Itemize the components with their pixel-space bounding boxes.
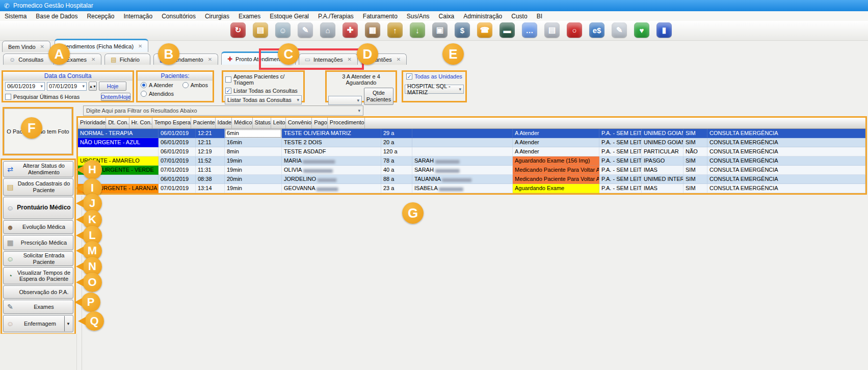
ledger-book-icon[interactable]: ▬: [499, 22, 515, 38]
sidebar-button[interactable]: ▤ Dados Cadastrais do Paciente: [3, 178, 73, 196]
ambulance-icon[interactable]: ✚: [343, 22, 358, 38]
tab-close-icon[interactable]: ✕: [348, 57, 352, 62]
blood-device-icon[interactable]: ▮: [656, 22, 672, 38]
menu-item[interactable]: Consultórios: [157, 13, 200, 20]
menu-item[interactable]: Cirurgias: [200, 13, 234, 20]
column-header[interactable]: Pago: [312, 118, 328, 128]
phone-directory-icon[interactable]: ☎: [477, 22, 492, 38]
sync-patients-icon[interactable]: ↻: [230, 22, 246, 38]
radio-icon[interactable]: [141, 82, 147, 88]
sidebar-button[interactable]: Observação do P.A.: [3, 285, 73, 299]
panel-title: Pacientes:: [138, 72, 213, 81]
sidebar-button[interactable]: ☺ Solicitar Entrada Paciente: [3, 251, 73, 266]
table-row[interactable]: 06/01/2019 08:38 20min JORDELINO ▆▆▆▆▆▆▆…: [78, 175, 865, 184]
table-row[interactable]: POUCO URGENTE - VERDE 07/01/2019 11:31 1…: [78, 166, 865, 175]
sidebar-button[interactable]: ☺ Prontuário Médico: [3, 197, 73, 219]
menu-item[interactable]: Estoque Geral: [265, 13, 313, 20]
billing-calculator-icon[interactable]: $: [455, 22, 470, 38]
sidebar-button[interactable]: ✎ Exames: [3, 300, 73, 314]
menu-item[interactable]: Base de Dados: [31, 13, 82, 20]
menu-item[interactable]: Internação: [119, 13, 157, 20]
table-row[interactable]: NORMAL - TERAPIA 06/01/2019 12:21 6min T…: [78, 129, 865, 138]
apenas-triagem-checkbox[interactable]: [225, 76, 231, 83]
table-row[interactable]: MUITO URGENTE - LARANJA 07/01/2019 13:14…: [78, 184, 865, 193]
menu-item[interactable]: P.A./Terapias: [313, 13, 358, 20]
chat-icon[interactable]: …: [522, 22, 537, 38]
module-tab[interactable]: ▤ Fichário: [104, 54, 150, 65]
column-header[interactable]: Dt. Con.: [106, 118, 129, 128]
sidebar-button[interactable]: ▦ Prescrição Médica: [3, 235, 73, 250]
column-header[interactable]: Prioridade: [78, 118, 106, 128]
patient-folder-icon[interactable]: ▤: [253, 22, 268, 38]
table-row[interactable]: URGENTE - AMARELO 07/01/2019 11:52 19min…: [78, 156, 865, 166]
safe-icon[interactable]: ▣: [432, 22, 448, 38]
doctor-icon[interactable]: ☺: [275, 22, 291, 38]
listar-todas-dropdown[interactable]: Listar Todas as Consultas ▾: [225, 95, 302, 104]
supplies-box-icon[interactable]: ▦: [365, 22, 380, 38]
tab-close-icon[interactable]: ✕: [138, 43, 142, 49]
column-header[interactable]: Status: [253, 118, 271, 128]
date-from-field[interactable]: 06/01/2019 ▾: [5, 82, 45, 91]
radio-icon[interactable]: [182, 82, 189, 88]
patient-filter-radio[interactable]: Ambos: [182, 82, 208, 88]
column-header[interactable]: Hr. Con.: [129, 118, 152, 128]
unidade-dropdown[interactable]: HOSPITAL SQL - MATRIZ ▾: [405, 85, 464, 94]
heart-monitor-icon[interactable]: ♥: [634, 22, 649, 38]
expense-down-icon[interactable]: ↓: [410, 22, 425, 38]
tab-close-icon[interactable]: ✕: [397, 57, 401, 62]
module-tab[interactable]: ▭ Internações ✕: [299, 54, 358, 65]
sidebar-button[interactable]: ☻ Evolução Médica: [3, 220, 73, 234]
column-header[interactable]: Convênio: [286, 118, 312, 128]
medical-note-icon[interactable]: ✎: [298, 22, 313, 38]
tab-close-icon[interactable]: ✕: [91, 57, 95, 62]
listar-todas-checkbox[interactable]: ✓: [225, 88, 231, 94]
dropdown-arrow-icon[interactable]: ▾: [82, 84, 85, 89]
ontem-hoje-button[interactable]: Ontem/Hoje: [101, 93, 130, 101]
column-header[interactable]: Tempo Espera: [152, 118, 191, 128]
menu-item[interactable]: BI: [532, 13, 547, 20]
column-header[interactable]: Médico: [232, 118, 252, 128]
menu-item[interactable]: Sistema: [0, 13, 31, 20]
sidebar-button[interactable]: ⇄ Alterar Status do Atendimento: [3, 161, 73, 177]
qtde-pacientes-button[interactable]: Qtde Pacientes: [364, 88, 393, 105]
menu-item[interactable]: Faturamento: [358, 13, 402, 20]
column-header[interactable]: Leito: [271, 118, 286, 128]
menu-item[interactable]: Sus/Ans: [402, 13, 434, 20]
sidebar-button[interactable]: ◔ Visualizar Tempos de Espera do Pacient…: [3, 267, 73, 284]
column-header[interactable]: Paciente: [191, 118, 216, 128]
dropdown-arrow-icon[interactable]: ▼: [64, 316, 72, 331]
hospital-bed-icon[interactable]: ⌂: [320, 22, 335, 38]
todas-unidades-checkbox[interactable]: ✓: [406, 73, 412, 80]
radio-icon[interactable]: [141, 91, 147, 97]
menu-item[interactable]: Custo: [507, 13, 532, 20]
hoje-button[interactable]: Hoje: [99, 82, 126, 91]
dropdown-arrow-icon[interactable]: ▾: [40, 84, 43, 89]
table-filter-input[interactable]: Digite Aqui para Filtrar os Resultados A…: [83, 105, 363, 116]
menu-item[interactable]: Administração: [459, 13, 507, 20]
document-tab[interactable]: Bem Vindo ✕: [2, 41, 50, 52]
menu-item[interactable]: Recepção: [82, 13, 119, 20]
exam-report-icon[interactable]: ✎: [612, 22, 627, 38]
patient-filter-radio[interactable]: Atendidos: [141, 91, 174, 97]
menu-item[interactable]: Exames: [234, 13, 265, 20]
e-billing-icon[interactable]: e$: [589, 22, 604, 38]
table-row[interactable]: 06/01/2019 12:19 8min TESTE ASDADF 120 a…: [78, 147, 865, 156]
menu-item[interactable]: Caixa: [434, 13, 459, 20]
patient-filter-radio[interactable]: A Atender: [141, 82, 173, 88]
column-header[interactable]: Procedimento: [328, 118, 365, 128]
revenue-up-icon[interactable]: ↑: [387, 22, 403, 38]
pesquisar-checkbox[interactable]: [5, 94, 11, 100]
tab-close-icon[interactable]: ✕: [208, 57, 212, 62]
module-tab[interactable]: ☺ Consultas: [3, 54, 54, 65]
contagem-dropdown[interactable]: ▾: [328, 96, 362, 105]
column-header[interactable]: Idade: [216, 118, 232, 128]
dropdown-arrow-icon[interactable]: ▾: [358, 108, 360, 113]
date-to-field[interactable]: 07/01/2019 ▾: [47, 82, 87, 91]
invoice-icon[interactable]: ▤: [544, 22, 560, 38]
sidebar-button[interactable]: ☺ Enfermagem ▼: [3, 315, 73, 332]
cell-procedimento: CONSULTA EMERGÊNCIA: [707, 129, 865, 138]
power-off-icon[interactable]: ○: [567, 22, 582, 38]
table-row[interactable]: NÃO URGENTE - AZUL 06/01/2019 12:11 16mi…: [78, 138, 865, 147]
date-spinner[interactable]: ▲▼: [89, 82, 97, 91]
tab-close-icon[interactable]: ✕: [40, 44, 44, 49]
